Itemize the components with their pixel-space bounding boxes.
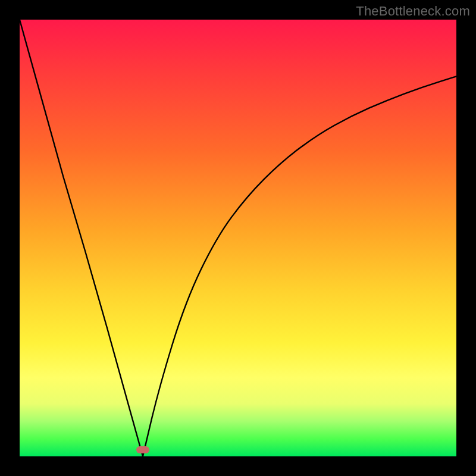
curve-path xyxy=(20,20,456,456)
chart-frame: TheBottleneck.com xyxy=(0,0,476,476)
optimum-marker xyxy=(136,446,149,453)
bottleneck-curve xyxy=(20,20,456,456)
watermark-text: TheBottleneck.com xyxy=(356,4,470,19)
plot-area xyxy=(20,20,456,456)
